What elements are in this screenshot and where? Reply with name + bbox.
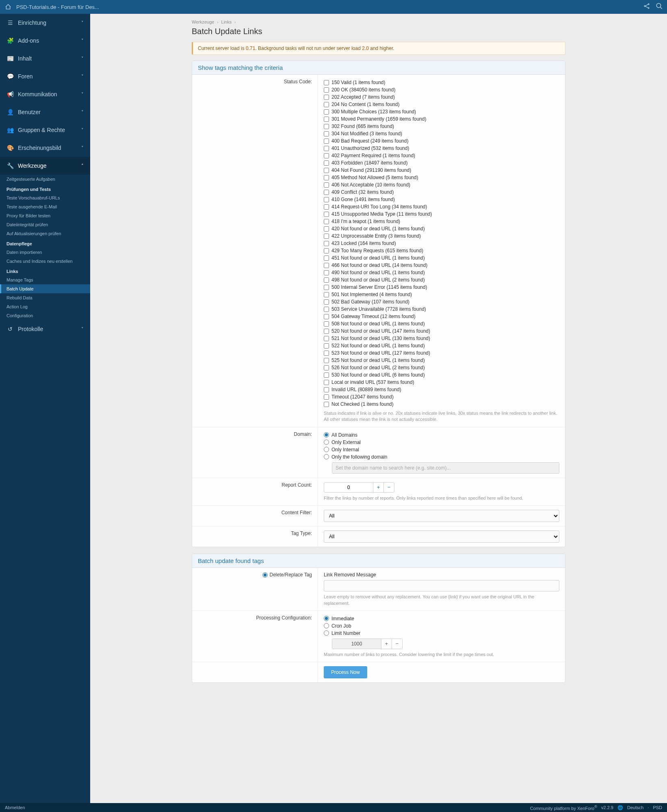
process-now-button[interactable]: Process Now — [324, 666, 367, 678]
processing-radio[interactable] — [324, 630, 329, 636]
nav-item-gruppen-rechte[interactable]: 👥Gruppen & Rechte˅ — [0, 121, 90, 139]
nav-item-add-ons[interactable]: 🧩Add-ons˅ — [0, 32, 90, 50]
status-code-checkbox[interactable] — [324, 358, 329, 363]
status-code-checkbox[interactable] — [324, 256, 329, 261]
status-code-checkbox[interactable] — [324, 365, 329, 370]
status-code-checkbox[interactable] — [324, 102, 329, 107]
status-code-checkbox[interactable] — [324, 124, 329, 129]
status-code-label-text[interactable]: 451 Not found or dead URL (1 items found… — [331, 255, 425, 261]
status-code-checkbox[interactable] — [324, 277, 329, 283]
status-code-checkbox[interactable] — [324, 270, 329, 275]
sub-item[interactable]: Auf Aktualisierungen prüfen — [0, 229, 90, 238]
domain-option-label[interactable]: Only the following domain — [331, 454, 387, 460]
site-title[interactable]: PSD-Tutorials.de - Forum für Des... — [16, 4, 99, 10]
status-code-checkbox[interactable] — [324, 329, 329, 334]
status-code-label-text[interactable]: Local or invalid URL (537 items found) — [331, 379, 414, 385]
status-code-label-text[interactable]: 401 Unauthorized (532 items found) — [331, 145, 409, 151]
status-code-label-text[interactable]: 302 Found (665 items found) — [331, 123, 394, 129]
status-code-label-text[interactable]: 504 Gateway Timeout (12 items found) — [331, 314, 416, 319]
status-code-checkbox[interactable] — [324, 175, 329, 180]
status-code-label-text[interactable]: 300 Multiple Choices (123 items found) — [331, 109, 416, 115]
sub-item[interactable]: Rebuild Data — [0, 293, 90, 302]
status-code-checkbox[interactable] — [324, 182, 329, 188]
limit-number-input[interactable] — [332, 639, 381, 649]
nav-item-foren[interactable]: 💬Foren˅ — [0, 67, 90, 85]
status-code-label-text[interactable]: 523 Not found or dead URL (127 items fou… — [331, 350, 430, 356]
status-code-label-text[interactable]: 520 Not found or dead URL (147 items fou… — [331, 328, 430, 334]
status-code-checkbox[interactable] — [324, 285, 329, 290]
nav-item-protokolle[interactable]: ↺Protokolle˅ — [0, 320, 90, 338]
status-code-label-text[interactable]: 202 Accepted (7 items found) — [331, 94, 395, 100]
sub-item[interactable]: Manage Tags — [0, 275, 90, 284]
status-code-checkbox[interactable] — [324, 87, 329, 93]
status-code-label-text[interactable]: 521 Not found or dead URL (130 items fou… — [331, 336, 430, 341]
tag-type-select[interactable]: All — [324, 531, 559, 543]
limit-minus-button[interactable]: − — [392, 639, 402, 649]
status-code-label-text[interactable]: 400 Bad Request (249 items found) — [331, 138, 408, 144]
sub-item[interactable]: Teste Vorschauabruf-URLs — [0, 193, 90, 202]
content-filter-select[interactable]: All — [324, 510, 559, 522]
domain-name-input[interactable] — [332, 462, 559, 474]
domain-option-label[interactable]: All Domains — [331, 432, 357, 438]
status-code-label-text[interactable]: 406 Not Acceptable (10 items found) — [331, 182, 410, 188]
limit-plus-button[interactable]: + — [381, 639, 392, 649]
status-code-label-text[interactable]: 502 Bad Gateway (107 items found) — [331, 299, 409, 305]
processing-radio[interactable] — [324, 623, 329, 628]
domain-radio[interactable] — [324, 447, 329, 452]
status-code-checkbox[interactable] — [324, 160, 329, 166]
status-code-checkbox[interactable] — [324, 307, 329, 312]
status-code-label-text[interactable]: 402 Payment Required (1 items found) — [331, 153, 415, 158]
status-code-label-text[interactable]: 429 Too Many Requests (615 items found) — [331, 248, 423, 253]
status-code-checkbox[interactable] — [324, 168, 329, 173]
status-code-checkbox[interactable] — [324, 95, 329, 100]
status-code-label-text[interactable]: 414 Request-URI Too Long (34 items found… — [331, 204, 427, 210]
status-code-label-text[interactable]: 500 Internal Server Error (1145 items fo… — [331, 284, 427, 290]
status-code-label-text[interactable]: 405 Method Not Allowed (5 items found) — [331, 175, 418, 180]
delete-replace-input[interactable] — [324, 580, 559, 591]
status-code-label-text[interactable]: 404 Not Found (291190 items found) — [331, 167, 411, 173]
status-code-label-text[interactable]: 403 Forbidden (18497 items found) — [331, 160, 407, 166]
status-code-label-text[interactable]: 304 Not Modified (3 items found) — [331, 131, 402, 136]
status-code-label-text[interactable]: 423 Locked (164 items found) — [331, 240, 396, 246]
status-code-checkbox[interactable] — [324, 351, 329, 356]
status-code-checkbox[interactable] — [324, 80, 329, 85]
sub-item[interactable]: Action Log — [0, 302, 90, 311]
status-code-label-text[interactable]: Not Checked (1 items found) — [331, 401, 394, 407]
status-code-label-text[interactable]: 410 Gone (1491 items found) — [331, 197, 395, 202]
nav-item-inhalt[interactable]: 📰Inhalt˅ — [0, 50, 90, 67]
status-code-label-text[interactable]: 415 Unsupported Media Type (11 items fou… — [331, 211, 432, 217]
status-code-checkbox[interactable] — [324, 299, 329, 305]
sub-item[interactable]: Zeitgesteuerte Aufgaben — [0, 175, 90, 184]
status-code-checkbox[interactable] — [324, 234, 329, 239]
status-code-checkbox[interactable] — [324, 314, 329, 319]
sub-item[interactable]: Configuration — [0, 311, 90, 320]
status-code-checkbox[interactable] — [324, 131, 329, 136]
status-code-checkbox[interactable] — [324, 219, 329, 224]
status-code-label-text[interactable]: 522 Not found or dead URL (1 items found… — [331, 343, 425, 349]
sub-item[interactable]: Daten importieren — [0, 248, 90, 257]
share-icon[interactable] — [643, 3, 650, 11]
status-code-checkbox[interactable] — [324, 197, 329, 202]
domain-radio[interactable] — [324, 454, 329, 459]
status-code-checkbox[interactable] — [324, 394, 329, 400]
search-icon[interactable] — [656, 2, 663, 11]
status-code-label-text[interactable]: 503 Service Unavailable (7728 items foun… — [331, 306, 426, 312]
status-code-label-text[interactable]: 501 Not Implemented (4 items found) — [331, 292, 412, 297]
status-code-label-text[interactable]: Timeout (12047 items found) — [331, 394, 394, 400]
status-code-label-text[interactable]: Invalid URL (80889 items found) — [331, 387, 401, 392]
status-code-checkbox[interactable] — [324, 212, 329, 217]
status-code-label-text[interactable]: 420 Not found or dead URL (1 items found… — [331, 226, 425, 232]
status-code-checkbox[interactable] — [324, 226, 329, 232]
status-code-label-text[interactable]: 422 Unprocessable Entity (3 items found) — [331, 233, 421, 239]
status-code-checkbox[interactable] — [324, 204, 329, 210]
status-code-label-text[interactable]: 150 Valid (1 items found) — [331, 80, 385, 85]
domain-radio[interactable] — [324, 440, 329, 445]
sub-item[interactable]: Teste ausgehende E-Mail — [0, 202, 90, 211]
nav-item-benutzer[interactable]: 👤Benutzer˅ — [0, 103, 90, 121]
status-code-checkbox[interactable] — [324, 292, 329, 297]
status-code-checkbox[interactable] — [324, 117, 329, 122]
report-count-minus-button[interactable]: − — [383, 483, 394, 492]
breadcrumb-werkzeuge[interactable]: Werkzeuge — [192, 19, 214, 24]
breadcrumb-links[interactable]: Links — [221, 19, 232, 24]
report-count-plus-button[interactable]: + — [373, 483, 383, 492]
